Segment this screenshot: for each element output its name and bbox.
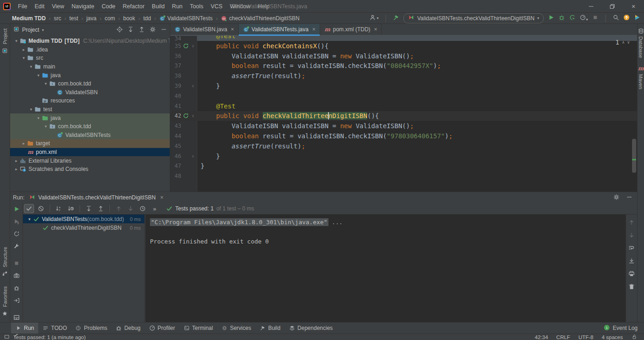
tree-item[interactable]: CValidateISBNTests: [10, 131, 170, 140]
toolwindow-button-profiler[interactable]: Profiler: [145, 323, 179, 334]
search-button[interactable]: [613, 14, 619, 22]
down-button[interactable]: [126, 204, 136, 213]
fold-marker[interactable]: ∨: [190, 113, 196, 118]
sort-alpha-button[interactable]: az: [54, 204, 64, 213]
tree-item[interactable]: ▾src: [10, 54, 170, 62]
fold-marker[interactable]: ∧: [190, 154, 196, 159]
trash-button[interactable]: [628, 283, 635, 291]
layout-button[interactable]: [13, 314, 20, 322]
run-button[interactable]: [548, 14, 554, 22]
run-console[interactable]: "C:\Program Files\Java\jdk1.8.0_301\bin\…: [145, 215, 626, 322]
collapse-all-button[interactable]: [96, 204, 106, 213]
breadcrumb-item[interactable]: CValidateISBNTests: [159, 15, 213, 22]
close-icon[interactable]: ×: [160, 194, 163, 201]
tree-item[interactable]: mpom.xml: [10, 148, 170, 157]
tree-chevron-icon[interactable]: ▾: [28, 64, 34, 69]
tree-chevron-icon[interactable]: ▾: [26, 217, 33, 221]
import-button[interactable]: [13, 297, 20, 305]
run-test-gutter[interactable]: [181, 43, 190, 49]
toolwindow-button-run[interactable]: Run: [11, 323, 38, 334]
up-button[interactable]: [114, 204, 124, 213]
toolwindow-button-todo[interactable]: TODO: [38, 323, 71, 334]
run-configuration-select[interactable]: ValidateISBNTests.checkValidThirteenDigi…: [403, 13, 544, 23]
tree-item[interactable]: ▾Medium TDD[TDD]C:\Users\Nipuna\Desktop\…: [10, 37, 170, 45]
updates-button[interactable]: [623, 14, 630, 22]
inspections-widget[interactable]: 1 ∧ ∨: [613, 39, 630, 46]
close-window-button[interactable]: ×: [623, 0, 644, 13]
expand-all-button[interactable]: [84, 204, 94, 213]
prev-problem-icon[interactable]: ∧: [622, 40, 624, 45]
tree-chevron-icon[interactable]: ▸: [20, 141, 27, 146]
scroll-end-button[interactable]: [628, 258, 635, 266]
menu-edit[interactable]: Edit: [31, 3, 48, 10]
tree-chevron-icon[interactable]: ▾: [35, 73, 42, 78]
stop-button[interactable]: [592, 14, 598, 22]
event-log-button[interactable]: Event Log: [613, 325, 638, 331]
editor-scrollbar[interactable]: [632, 139, 636, 173]
gear-button[interactable]: [150, 26, 156, 34]
tree-item[interactable]: ▾java: [10, 113, 170, 122]
tree-chevron-icon[interactable]: ▾: [13, 39, 20, 43]
test-tree-item[interactable]: ▾ValidateISBNTests (com.book.tdd)0 ms: [23, 215, 144, 223]
toolwindow-button-terminal[interactable]: Terminal: [179, 323, 217, 334]
run-test-icon[interactable]: [183, 43, 189, 49]
tree-item[interactable]: ▾com.book.tdd: [10, 122, 170, 131]
toolwindow-button-problems[interactable]: Problems: [71, 323, 111, 334]
minimize-window-button[interactable]: [581, 0, 602, 13]
profiler-button[interactable]: ▾: [580, 14, 588, 22]
close-icon[interactable]: ×: [312, 26, 316, 33]
tree-item[interactable]: ▸External Libraries: [10, 156, 170, 165]
run-with-coverage-button[interactable]: [569, 14, 575, 22]
build-project-button[interactable]: [393, 14, 399, 22]
minimize-button[interactable]: [161, 26, 167, 34]
down-button[interactable]: [628, 232, 635, 240]
tree-item[interactable]: ▸Scratches and Consoles: [10, 165, 170, 174]
auto-test-button[interactable]: [13, 231, 20, 238]
breadcrumb-item[interactable]: java: [86, 15, 97, 22]
breadcrumb-item[interactable]: test: [69, 15, 78, 22]
user-button[interactable]: ▾: [369, 14, 379, 22]
close-icon[interactable]: ×: [231, 26, 234, 33]
tree-item[interactable]: ▾java: [10, 71, 170, 79]
tool-stripe-project[interactable]: Project: [0, 24, 10, 58]
menu-run[interactable]: Run: [168, 3, 186, 10]
play-button[interactable]: [13, 206, 20, 214]
minimize-button[interactable]: [626, 194, 632, 202]
toolwindow-button-build[interactable]: Build: [255, 323, 285, 334]
collapse-all-button[interactable]: [138, 26, 145, 34]
fold-marker[interactable]: ∧: [190, 84, 196, 88]
menu-tools[interactable]: Tools: [186, 3, 207, 10]
tree-item[interactable]: ▸target: [10, 139, 170, 148]
breadcrumb-item[interactable]: src: [54, 15, 61, 22]
tree-chevron-icon[interactable]: ▾: [35, 116, 42, 120]
breadcrumb-item[interactable]: tdd: [143, 15, 151, 22]
tool-stripe-structure[interactable]: Structure: [0, 242, 10, 282]
tree-chevron-icon[interactable]: ▾: [20, 56, 27, 60]
tree-item[interactable]: ▾test: [10, 105, 170, 114]
tree-item[interactable]: resources: [10, 96, 170, 105]
code-editor[interactable]: 34 @Test35∨ public void checkContainsX()…: [170, 36, 637, 192]
soft-wrap-button[interactable]: [628, 245, 635, 253]
sort-duration-button[interactable]: [66, 204, 76, 213]
breadcrumb-item[interactable]: com: [104, 15, 115, 22]
chevrons-button[interactable]: »: [150, 204, 160, 213]
test-tree-item[interactable]: checkValidThirteenDigitISBN0 ms: [23, 223, 144, 232]
lock-icon[interactable]: [631, 334, 638, 340]
toolwindow-button-dependencies[interactable]: Dependencies: [285, 323, 337, 334]
menu-file[interactable]: File: [14, 3, 31, 10]
tree-chevron-icon[interactable]: ▸: [20, 47, 27, 52]
up-button[interactable]: [628, 219, 635, 227]
close-icon[interactable]: ×: [374, 26, 377, 33]
menu-navigate[interactable]: Navigate: [68, 3, 98, 10]
locate-button[interactable]: [116, 26, 123, 34]
tree-item[interactable]: ▾main: [10, 62, 170, 71]
clock-button[interactable]: [138, 204, 148, 213]
tree-chevron-icon[interactable]: ▸: [13, 167, 20, 171]
printer-button[interactable]: [628, 271, 635, 278]
debug-settings-button[interactable]: [13, 285, 20, 293]
menu-code[interactable]: Code: [98, 3, 119, 10]
stop-button[interactable]: [13, 260, 20, 268]
line-separator[interactable]: CRLF: [556, 334, 570, 340]
camera-button[interactable]: [13, 272, 20, 280]
tree-chevron-icon[interactable]: ▾: [42, 81, 49, 86]
